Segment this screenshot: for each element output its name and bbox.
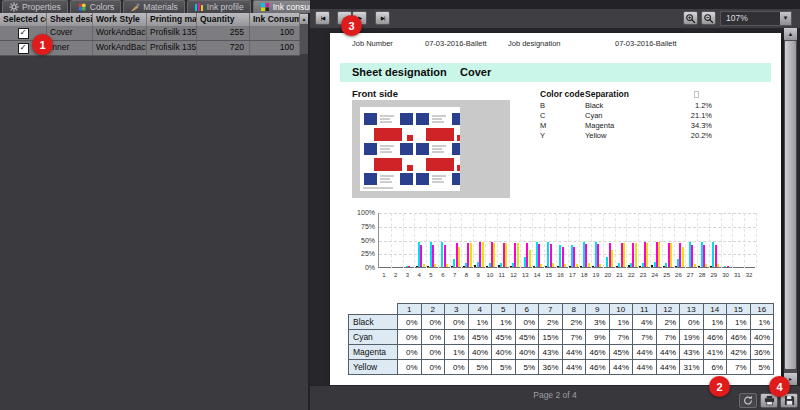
- bar-magenta-30: [727, 266, 729, 267]
- consumption-row-magenta: Magenta0%0%1%40%40%40%43%44%46%45%44%44%…: [349, 345, 774, 360]
- consumption-value-cell: 46%: [703, 330, 727, 345]
- consumption-value-cell: 40%: [515, 345, 539, 360]
- chevron-down-icon[interactable]: ▼: [780, 12, 791, 25]
- tab-materials[interactable]: Materials: [123, 0, 184, 13]
- gridline: [697, 213, 698, 268]
- gridline: [485, 213, 486, 268]
- bar-yellow-18: [588, 263, 590, 267]
- separation-name: Black: [585, 101, 603, 110]
- selected-checkbox[interactable]: ✓: [18, 28, 29, 39]
- sheets-table-scrollbar[interactable]: ▲: [300, 13, 308, 54]
- consumption-value-cell: 1%: [492, 315, 516, 330]
- bar-yellow-6: [446, 264, 448, 267]
- scrollbar-thumb[interactable]: [785, 41, 796, 369]
- consumption-value-cell: 5%: [515, 360, 539, 375]
- bar-yellow-20: [611, 250, 613, 267]
- separation-code: M: [540, 121, 546, 130]
- consumption-value-cell: 43%: [680, 345, 704, 360]
- gridline: [391, 213, 392, 268]
- bar-yellow-7: [458, 247, 460, 267]
- gridline: [685, 213, 686, 268]
- consumption-value-cell: 19%: [680, 330, 704, 345]
- x-tick-label: 20: [602, 272, 614, 278]
- consumption-value-cell: 0%: [398, 345, 422, 360]
- consumption-value-cell: 1%: [609, 315, 633, 330]
- preview-vertical-scrollbar[interactable]: ▲ ▸: [784, 28, 797, 385]
- separation-value: 1.2%: [630, 101, 712, 110]
- consumption-value-cell: 2%: [562, 315, 586, 330]
- consumption-value-cell: 0%: [421, 315, 445, 330]
- gridline: [520, 213, 521, 268]
- consumption-value-cell: 0%: [421, 330, 445, 345]
- column-header[interactable]: Printing mat...: [147, 13, 197, 26]
- gridline: [709, 213, 710, 268]
- scroll-up-icon[interactable]: ▲: [300, 14, 308, 24]
- consumption-row-cyan: Cyan0%0%1%45%45%45%15%7%9%7%7%7%19%46%46…: [349, 330, 774, 345]
- colors-icon: [77, 2, 87, 12]
- tab-properties[interactable]: Properties: [2, 0, 68, 13]
- gridline: [744, 213, 745, 268]
- zoom-level-select[interactable]: 107% ▼: [720, 11, 792, 26]
- zoom-out-button[interactable]: [701, 11, 716, 25]
- x-tick-label: 25: [661, 272, 673, 278]
- gridline: [426, 213, 427, 268]
- consumption-value-cell: 4%: [633, 315, 657, 330]
- consumption-value-cell: 44%: [633, 345, 657, 360]
- column-number-header: 9: [586, 304, 610, 315]
- selected-checkbox[interactable]: ✓: [18, 43, 29, 54]
- separation-code: B: [540, 101, 545, 110]
- tab-colors[interactable]: Colors: [70, 0, 122, 13]
- bar-yellow-4: [423, 264, 425, 267]
- column-header[interactable]: Work Style: [93, 13, 147, 26]
- gridline: [615, 213, 616, 268]
- x-tick-label: 4: [413, 272, 425, 278]
- x-tick-label: 29: [708, 272, 720, 278]
- column-number-header: 2: [421, 304, 445, 315]
- consumption-value-cell: 0%: [680, 315, 704, 330]
- column-header[interactable]: Selected co...: [0, 13, 47, 26]
- scroll-up-icon[interactable]: ▲: [784, 28, 797, 40]
- ink-name-cell: Magenta: [349, 345, 398, 360]
- first-page-button[interactable]: |◀: [315, 11, 330, 25]
- last-page-button[interactable]: ▶|: [375, 11, 390, 25]
- column-number-header: 15: [727, 304, 751, 315]
- bar-yellow-28: [705, 264, 707, 267]
- table-cell: 100: [250, 26, 300, 40]
- save-icon: [784, 395, 795, 406]
- zoom-in-button[interactable]: [683, 11, 698, 25]
- ink-coverage-chart: 0%25%50%75%100% 123456789101112131415161…: [330, 213, 781, 288]
- separation-header: Separation: [585, 89, 629, 99]
- preview-panel: 107% ▼ |◀◀▶▶| Job Number 07-03-2016-Ball…: [310, 0, 800, 410]
- consumption-value-cell: 45%: [609, 345, 633, 360]
- column-header[interactable]: Ink Consum...: [250, 13, 300, 26]
- column-header[interactable]: Quantity: [197, 13, 250, 26]
- column-number-header: 3: [445, 304, 469, 315]
- consumption-value-cell: 7%: [609, 330, 633, 345]
- consumption-value-cell: 31%: [680, 360, 704, 375]
- bar-yellow-27: [694, 264, 696, 267]
- column-header[interactable]: Sheet desig...: [47, 13, 93, 26]
- gridline: [403, 213, 404, 268]
- preview-top-strip: [310, 0, 800, 9]
- separation-value: 34.3%: [630, 121, 712, 130]
- table-cell: 255: [197, 26, 250, 40]
- separation-row: CCyan21.1%: [330, 111, 781, 121]
- tab-ink-profile[interactable]: Ink profile: [187, 0, 251, 13]
- consumption-value-cell: 36%: [750, 345, 774, 360]
- gridline: [414, 213, 415, 268]
- gridline: [638, 213, 639, 268]
- separation-name: Magenta: [585, 121, 614, 130]
- column-number-header: 12: [656, 304, 680, 315]
- callout-badge-1: 1: [32, 34, 53, 55]
- table-cell: WorkAndBack: [93, 41, 147, 55]
- separation-name: Cyan: [585, 111, 603, 120]
- table-cell: Profisilk 135: [147, 41, 197, 55]
- gridline: [650, 213, 651, 268]
- consumption-value-cell: 0%: [398, 330, 422, 345]
- bar-yellow-17: [576, 264, 578, 267]
- consumption-value-cell: 15%: [539, 330, 563, 345]
- bar-yellow-11: [505, 243, 507, 267]
- bar-magenta-3: [408, 266, 410, 267]
- refresh-button[interactable]: [739, 393, 757, 408]
- x-tick-label: 3: [402, 272, 414, 278]
